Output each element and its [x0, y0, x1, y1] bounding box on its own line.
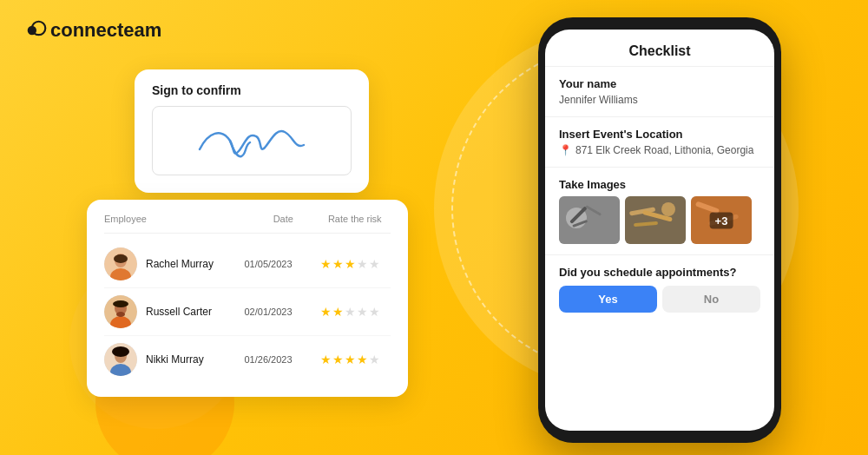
- images-label: Take Images: [559, 178, 760, 191]
- row-stars-russell: ★ ★ ★ ★ ★: [309, 305, 391, 319]
- location-section: Insert Event's Location 📍 871 Elk Creek …: [545, 117, 774, 168]
- row-name-nikki: Nikki Murray: [146, 353, 227, 366]
- images-row: +3: [559, 196, 760, 244]
- your-name-label: Your name: [559, 77, 760, 90]
- appointments-section: Did you schedule appointments? Yes No: [545, 255, 774, 323]
- logo-text: connecteam: [50, 19, 161, 42]
- sign-card-title: Sign to confirm: [152, 83, 352, 97]
- row-date-nikki: 01/26/2023: [227, 354, 309, 365]
- images-section: Take Images: [545, 168, 774, 255]
- logo: connecteam: [26, 19, 161, 42]
- row-date-russell: 02/01/2023: [227, 307, 309, 317]
- phone-title: Checklist: [559, 43, 760, 59]
- yes-no-row: Yes No: [559, 286, 760, 313]
- col-risk: Rate the risk: [319, 214, 391, 224]
- table-card: Employee Date Rate the risk Rachel Murra…: [87, 200, 408, 397]
- row-name-rachel: Rachel Murray: [146, 258, 227, 270]
- svg-point-10: [116, 312, 125, 317]
- no-button[interactable]: No: [662, 286, 760, 313]
- your-name-section: Your name Jennifer Williams: [545, 67, 774, 117]
- sign-area: [152, 106, 352, 175]
- image-thumb-2: [625, 196, 686, 244]
- svg-point-24: [661, 202, 675, 216]
- appointments-label: Did you schedule appointments?: [559, 266, 760, 279]
- image-thumb-1: [559, 196, 620, 244]
- row-name-russell: Russell Carter: [146, 306, 227, 318]
- row-stars-rachel: ★ ★ ★ ★ ★: [309, 257, 391, 271]
- avatar-nikki: [104, 343, 137, 376]
- avatar-russell: [104, 295, 137, 328]
- svg-rect-20: [625, 196, 686, 244]
- logo-icon: [26, 20, 47, 41]
- yes-button[interactable]: Yes: [559, 286, 657, 313]
- svg-point-5: [114, 254, 128, 263]
- sign-card: Sign to confirm: [135, 69, 369, 193]
- location-value: 871 Elk Creek Road, Lithonia, Georgia: [575, 144, 753, 156]
- row-date-rachel: 01/05/2023: [227, 259, 309, 269]
- table-row: Nikki Murray 01/26/2023 ★ ★ ★ ★ ★: [104, 336, 391, 383]
- your-name-value: Jennifer Williams: [559, 94, 760, 106]
- table-row: Rachel Murray 01/05/2023 ★ ★ ★ ★ ★: [104, 241, 391, 288]
- table-row: Russell Carter 02/01/2023 ★ ★ ★ ★ ★: [104, 288, 391, 336]
- location-label: Insert Event's Location: [559, 128, 760, 141]
- phone-header: Checklist: [545, 30, 774, 67]
- phone-content: Your name Jennifer Williams Insert Event…: [545, 67, 774, 431]
- image-thumb-3: +3: [691, 196, 752, 244]
- table-header: Employee Date Rate the risk: [104, 214, 391, 234]
- location-pin-icon: 📍: [559, 144, 572, 156]
- col-employee: Employee: [104, 214, 247, 224]
- image-badge: +3: [710, 212, 733, 228]
- phone: Checklist Your name Jennifer Williams In…: [538, 17, 781, 443]
- svg-point-14: [112, 346, 129, 357]
- col-date: Date: [247, 214, 319, 224]
- row-stars-nikki: ★ ★ ★ ★ ★: [309, 353, 391, 366]
- avatar-rachel: [104, 247, 137, 280]
- svg-point-9: [113, 300, 128, 307]
- phone-screen: Checklist Your name Jennifer Williams In…: [545, 30, 774, 431]
- location-row: 📍 871 Elk Creek Road, Lithonia, Georgia: [559, 144, 760, 156]
